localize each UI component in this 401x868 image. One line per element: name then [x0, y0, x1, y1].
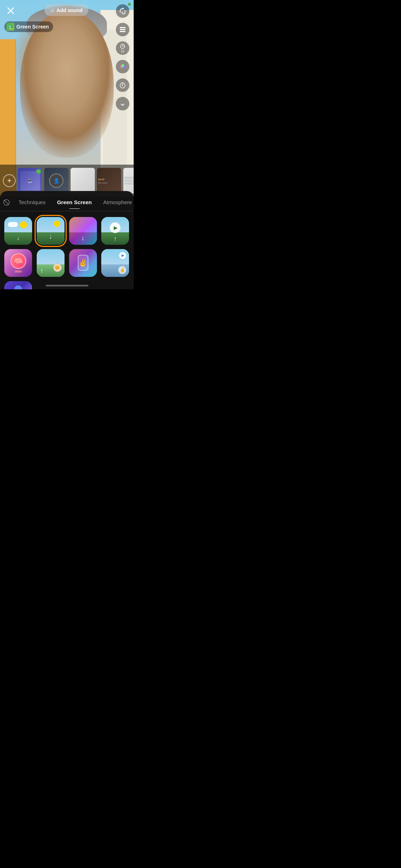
effect-avatar-visual [4, 281, 32, 289]
expand-button[interactable] [116, 97, 129, 110]
svg-line-15 [4, 200, 9, 205]
thumbnail-1[interactable]: 📸grid ✓ [18, 168, 42, 193]
svg-rect-2 [120, 27, 125, 28]
effect-lv-visual: ▶ ✌️ [101, 249, 129, 277]
close-button[interactable] [4, 4, 17, 17]
thumbnail-4[interactable]: Serif text styles [97, 168, 121, 193]
camera-viewfinder: ♫ Add sound [0, 0, 134, 197]
effect-landscape-download-visual: ↓ [4, 217, 32, 245]
beauty-button[interactable] [116, 60, 129, 73]
effect-landscape-upload[interactable]: 😊 ↑ [37, 249, 65, 277]
effect-video-download[interactable]: ▶ ↑ [101, 217, 129, 245]
svg-rect-4 [120, 31, 125, 32]
effect-colorful-visual: ↓ [69, 217, 97, 245]
home-indicator [46, 285, 88, 286]
effect-video-visual: ▶ ↑ [101, 217, 129, 245]
speed-label: 1x [121, 50, 125, 53]
svg-rect-11 [122, 83, 123, 83]
no-filter-icon[interactable] [0, 196, 13, 209]
effect-mind-visual: 🧠 [4, 249, 32, 277]
thumb-2-content: 👤 [44, 168, 68, 193]
effects-grid: ↓ ↓ ↓ [0, 211, 134, 289]
effect-green-screen-selected[interactable]: ↓ [37, 217, 65, 245]
music-note-icon: ♫ [50, 7, 54, 13]
effect-gesture[interactable]: ✌️ [69, 249, 97, 277]
green-screen-badge-icon [6, 23, 14, 31]
timer-button[interactable] [116, 78, 129, 92]
thumbnail-5[interactable] [123, 168, 134, 193]
effect-gs-visual: ↓ [37, 217, 65, 245]
thumb-3-content [71, 168, 95, 193]
thumbnail-2[interactable]: 👤 [44, 168, 68, 193]
bottom-effects-panel: Techniques Green Screen Atmosphere R... … [0, 191, 134, 289]
thumbnail-3[interactable] [71, 168, 95, 193]
effect-avatar[interactable] [4, 281, 32, 289]
thumb-5-content [123, 168, 134, 193]
effects-tab-bar: Techniques Green Screen Atmosphere R... [0, 191, 134, 209]
add-thumbnail-button[interactable]: + [3, 174, 16, 187]
add-sound-label: Add sound [57, 7, 83, 13]
effect-gesture-visual: ✌️ [69, 249, 97, 277]
top-controls-bar: ♫ Add sound [0, 0, 134, 110]
svg-rect-3 [120, 29, 125, 30]
flip-camera-button[interactable] [116, 4, 129, 18]
svg-point-10 [122, 85, 123, 86]
add-sound-button[interactable]: ♫ Add sound [45, 4, 88, 16]
layers-button[interactable] [116, 23, 129, 36]
thumb-4-content: Serif text styles [97, 168, 121, 193]
effect-colorful-download[interactable]: ↓ [69, 217, 97, 245]
right-controls: 1x [116, 4, 129, 110]
effect-mind-art[interactable]: 🧠 [4, 249, 32, 277]
svg-rect-13 [9, 26, 11, 27]
tab-atmosphere[interactable]: Atmosphere [97, 197, 134, 207]
tab-green-screen[interactable]: Green Screen [51, 197, 98, 207]
green-screen-badge: Green Screen [4, 21, 53, 32]
speed-button[interactable]: 1x [116, 41, 129, 55]
effect-landscape-download[interactable]: ↓ [4, 217, 32, 245]
tab-techniques[interactable]: Techniques [13, 197, 51, 207]
green-screen-badge-label: Green Screen [16, 24, 49, 30]
effect-lu-visual: 😊 ↑ [37, 249, 65, 277]
svg-point-8 [121, 64, 124, 67]
effect-landscape-video[interactable]: ▶ ✌️ [101, 249, 129, 277]
